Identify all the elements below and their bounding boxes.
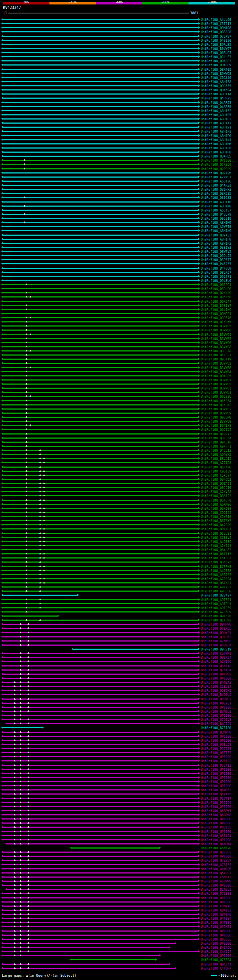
hit-label[interactable]: UniRef100_A7NWC8: [201, 639, 231, 643]
alignment-bar[interactable]: [3, 719, 198, 720]
alignment-bar[interactable]: [3, 773, 198, 774]
hit-label[interactable]: UniRef100_B9RLB5: [201, 43, 231, 46]
alignment-bar[interactable]: [3, 670, 198, 671]
alignment-bar[interactable]: [3, 504, 198, 505]
hit-label[interactable]: UniRef100_Q5K1Y0: [201, 664, 231, 668]
hit-label[interactable]: UniRef100_Q5DLJ5: [201, 254, 231, 258]
alignment-bar[interactable]: [3, 553, 198, 554]
hit-label[interactable]: UniRef100_B4F8J7: [201, 353, 231, 357]
hit-label[interactable]: UniRef100_P82185: [201, 826, 231, 829]
hit-label[interactable]: UniRef100_Q7ZVU7: [201, 859, 231, 862]
hit-label[interactable]: UniRef100_A7S155: [201, 863, 231, 867]
hit-label[interactable]: UniRef100_D3EXD5: [201, 627, 231, 630]
hit-label[interactable]: UniRef100_Q30GZ3: [201, 196, 231, 200]
alignment-bar[interactable]: [3, 329, 198, 331]
hit-label[interactable]: UniRef100_A8H1N9: [201, 229, 231, 233]
alignment-bar[interactable]: [3, 259, 198, 260]
hit-label[interactable]: UniRef100_UPI000...: [201, 934, 237, 937]
alignment-bar[interactable]: [3, 52, 198, 53]
hit-label[interactable]: UniRef100_P31154: [201, 801, 231, 805]
hit-label[interactable]: UniRef100_Q8S3F8: [201, 30, 231, 34]
alignment-bar[interactable]: [3, 27, 198, 28]
hit-label[interactable]: UniRef100_Q96471: [201, 275, 231, 278]
hit-label[interactable]: UniRef100_P52413: [201, 764, 231, 767]
hit-label[interactable]: UniRef100_Q4ARZ0: [201, 105, 231, 109]
hit-label[interactable]: UniRef100_Q65Q91: [201, 283, 231, 287]
hit-label[interactable]: UniRef100_B9HHW0: [201, 622, 231, 626]
hit-label[interactable]: UniRef100_Q1KUN2: [201, 403, 231, 407]
hit-label[interactable]: UniRef100_Q381Y3: [201, 246, 231, 250]
alignment-bar[interactable]: [3, 284, 198, 285]
hit-label[interactable]: UniRef100_Q5VUF7: [201, 871, 231, 875]
hit-label[interactable]: UniRef100_A5BTZ6: [201, 180, 231, 183]
alignment-bar[interactable]: [3, 110, 198, 111]
hit-label[interactable]: UniRef100_C4M9X8: [201, 904, 231, 908]
hit-label[interactable]: UniRef100_Q333A8: [201, 349, 231, 353]
alignment-bar[interactable]: [3, 292, 198, 293]
alignment-bar[interactable]: [3, 355, 198, 356]
hit-label[interactable]: UniRef100_A5WFT0: [201, 225, 231, 229]
hit-label[interactable]: UniRef100_Q3XGZ5: [201, 192, 231, 196]
alignment-bar[interactable]: [3, 60, 198, 61]
alignment-bar[interactable]: [3, 603, 198, 604]
hit-label[interactable]: UniRef100_C6G440: [201, 76, 231, 80]
alignment-bar[interactable]: [3, 926, 198, 927]
hit-label[interactable]: UniRef100_A8H1N8: [201, 204, 231, 208]
alignment-bar[interactable]: [3, 537, 198, 538]
hit-label[interactable]: UniRef100_B8A123: [201, 494, 231, 498]
alignment-bar[interactable]: [3, 325, 198, 326]
hit-label[interactable]: UniRef100_Q4HR25: [201, 96, 231, 100]
alignment-bar[interactable]: [3, 512, 198, 513]
alignment-bar[interactable]: [3, 711, 198, 712]
hit-label[interactable]: UniRef100_B9IN87: [201, 527, 231, 531]
alignment-bar[interactable]: [3, 640, 198, 641]
alignment-bar[interactable]: [3, 545, 198, 546]
alignment-bar[interactable]: [3, 309, 198, 310]
hit-label[interactable]: UniRef100_UPI000...: [201, 884, 237, 887]
alignment-bar[interactable]: [3, 864, 198, 865]
hit-label[interactable]: UniRef100_Q75E04: [201, 958, 231, 962]
alignment-bar[interactable]: [3, 185, 198, 186]
alignment-bar[interactable]: [3, 321, 198, 323]
hit-label[interactable]: UniRef100_Q6L1K9: [201, 308, 231, 312]
hit-label[interactable]: UniRef100_B2KNJ0: [201, 291, 231, 295]
hit-label[interactable]: UniRef100_A8H1P2: [201, 130, 231, 133]
hit-label[interactable]: UniRef100_A8H1M6: [201, 142, 231, 146]
alignment-bar[interactable]: [3, 168, 198, 169]
alignment-bar[interactable]: [3, 263, 198, 264]
alignment-bar[interactable]: [3, 814, 198, 815]
alignment-bar[interactable]: [3, 893, 198, 894]
hit-label[interactable]: UniRef100_C3T513: [201, 22, 231, 26]
alignment-bar[interactable]: [3, 810, 198, 811]
hit-label[interactable]: UniRef100_UPI000...: [201, 929, 237, 933]
alignment-bar[interactable]: [71, 959, 155, 960]
alignment-bar[interactable]: [3, 222, 198, 223]
hit-label[interactable]: UniRef100_A7PFJ4: [201, 577, 231, 581]
alignment-bar[interactable]: [3, 570, 198, 571]
alignment-bar[interactable]: [3, 674, 198, 675]
hit-label[interactable]: UniRef100_A4ULG0: [201, 18, 231, 22]
hit-label[interactable]: UniRef100_Q2PER9: [201, 167, 231, 171]
alignment-bar[interactable]: [3, 181, 198, 182]
hit-label[interactable]: UniRef100_Q9AQE3: [201, 59, 231, 63]
hit-label[interactable]: UniRef100_B3VWB5: [201, 337, 231, 341]
alignment-bar[interactable]: [3, 632, 198, 633]
alignment-bar[interactable]: [3, 462, 198, 463]
alignment-bar[interactable]: [3, 665, 198, 667]
alignment-bar[interactable]: [3, 151, 198, 153]
hit-label[interactable]: UniRef100_Q9CE41: [201, 963, 231, 966]
alignment-bar[interactable]: [3, 454, 198, 455]
hit-label[interactable]: UniRef100_B1N2L2: [201, 888, 231, 891]
hit-label[interactable]: UniRef100_A6XMY6: [201, 503, 231, 506]
hit-label[interactable]: UniRef100_Q6RUQ3: [201, 51, 231, 55]
hit-label[interactable]: UniRef100_UPI000...: [201, 768, 237, 772]
hit-label[interactable]: UniRef100_Q4AR23: [201, 101, 231, 105]
hit-label[interactable]: UniRef100_B3VWC0: [201, 420, 231, 423]
alignment-bar[interactable]: [3, 931, 198, 932]
hit-label[interactable]: UniRef100_Q1YHM3: [201, 619, 231, 622]
hit-label[interactable]: UniRef100_B9S1Y7: [201, 304, 231, 307]
alignment-bar[interactable]: [3, 97, 198, 99]
hit-label[interactable]: UniRef100_A8H1L6: [201, 146, 231, 150]
alignment-bar[interactable]: [3, 590, 198, 592]
alignment-bar[interactable]: [3, 334, 198, 335]
